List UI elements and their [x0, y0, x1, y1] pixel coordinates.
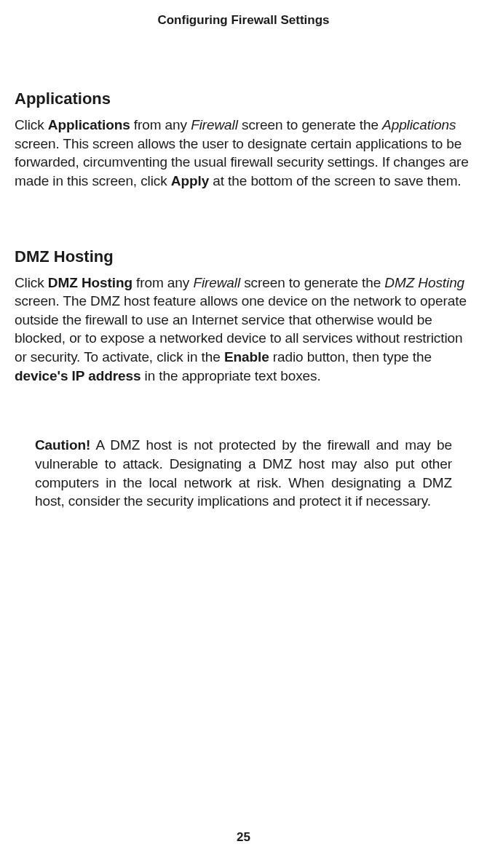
heading-applications: Applications — [15, 89, 472, 108]
text-bold: Enable — [224, 349, 269, 365]
paragraph-dmz: Click DMZ Hosting from any Firewall scre… — [15, 274, 472, 386]
text-run: screen to generate the — [238, 117, 382, 132]
caution-label: Caution! — [35, 437, 90, 453]
caution-block: Caution! A DMZ host is not protected by … — [15, 436, 472, 511]
text-bold: Apply — [171, 173, 209, 188]
text-bold: DMZ Hosting — [48, 275, 132, 290]
text-bold: device's IP address — [15, 368, 140, 383]
text-bold: Applications — [48, 117, 130, 132]
text-run: at the bottom of the screen to save them… — [209, 173, 461, 188]
text-run: Click — [15, 117, 48, 132]
page-number: 25 — [0, 830, 487, 845]
section-applications: Applications Click Applications from any… — [15, 89, 472, 191]
caution-body: A DMZ host is not protected by the firew… — [35, 437, 452, 509]
text-run: in the appropriate text boxes. — [140, 368, 320, 383]
text-run: radio button, then type the — [269, 349, 432, 365]
heading-dmz: DMZ Hosting — [15, 247, 472, 266]
section-dmz: DMZ Hosting Click DMZ Hosting from any F… — [15, 247, 472, 511]
text-run: from any — [130, 117, 191, 132]
text-run: screen to generate the — [240, 275, 384, 290]
text-run: from any — [132, 275, 193, 290]
page-header: Configuring Firewall Settings — [15, 13, 472, 28]
text-italic: Firewall — [191, 117, 238, 132]
text-italic: Firewall — [193, 275, 240, 290]
caution-paragraph: Caution! A DMZ host is not protected by … — [35, 436, 452, 511]
text-italic: Applications — [382, 117, 456, 132]
text-italic: DMZ Hosting — [384, 275, 464, 290]
text-run: Click — [15, 275, 48, 290]
paragraph-applications: Click Applications from any Firewall scr… — [15, 116, 472, 191]
